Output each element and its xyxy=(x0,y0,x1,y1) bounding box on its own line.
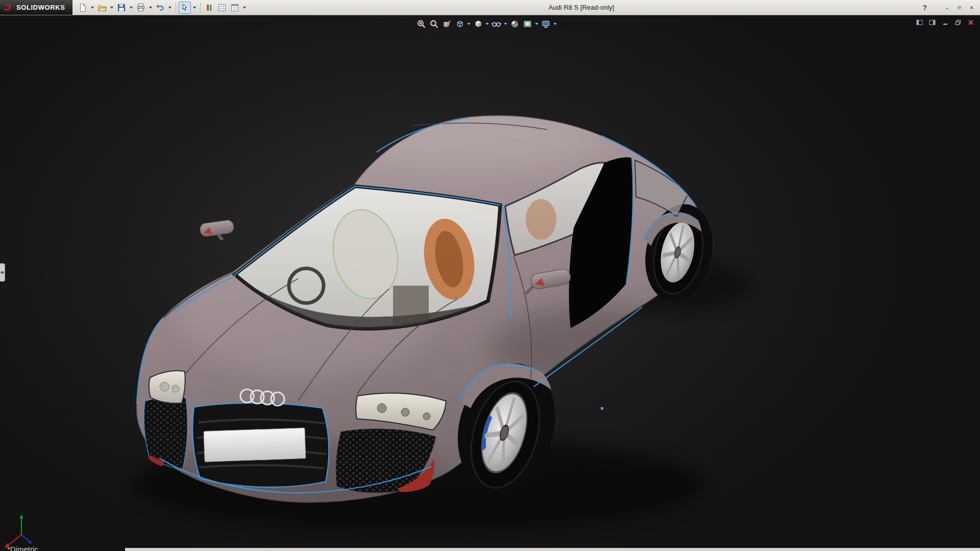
display-style-button[interactable] xyxy=(472,18,484,30)
help-button[interactable]: ? xyxy=(922,4,927,12)
minimize-icon xyxy=(942,19,948,26)
chevron-down-icon[interactable] xyxy=(243,7,246,9)
splitter-left-arrow-icon xyxy=(1,271,2,274)
select-cursor-icon xyxy=(180,3,189,12)
floppy-save-icon xyxy=(117,3,126,12)
titlebar-controls: ? xyxy=(922,0,977,15)
selection-vertex-dot xyxy=(601,407,603,410)
car-model[interactable] xyxy=(0,15,980,551)
close-icon xyxy=(968,19,974,26)
chevron-down-icon[interactable] xyxy=(149,7,152,9)
chevron-down-icon[interactable] xyxy=(486,23,489,25)
chevron-down-icon[interactable] xyxy=(535,23,538,25)
options-sheet-button[interactable] xyxy=(229,2,241,14)
appearance-ball-icon xyxy=(510,19,520,29)
split-pane-right-button[interactable] xyxy=(928,19,937,26)
undo-arrow-icon xyxy=(156,3,165,12)
printer-icon xyxy=(136,3,145,12)
selection-filter-button[interactable] xyxy=(203,2,215,14)
open-document-button[interactable] xyxy=(96,2,108,14)
split-pane-left-button[interactable] xyxy=(916,19,924,26)
close-icon xyxy=(970,5,973,11)
undo-button[interactable] xyxy=(154,2,166,14)
zoom-to-fit-icon xyxy=(416,19,427,29)
zoom-to-fit-button[interactable] xyxy=(415,18,428,30)
zoom-to-area-button[interactable] xyxy=(428,18,440,30)
window-title: Audi R8 S [Read-only] xyxy=(549,0,615,15)
section-view-icon xyxy=(442,19,452,29)
splitter-right-arrow-icon xyxy=(3,271,4,274)
titlebar: SOLIDWORKS xyxy=(0,0,980,15)
select-button[interactable] xyxy=(179,2,191,14)
chevron-down-icon[interactable] xyxy=(554,23,557,25)
new-document-button[interactable] xyxy=(77,2,89,14)
view-orientation-cube-icon xyxy=(455,19,465,29)
chevron-down-icon[interactable] xyxy=(193,7,196,9)
3d-viewport[interactable]: *Dimetric xyxy=(0,15,980,551)
chevron-down-icon[interactable] xyxy=(110,7,113,9)
license-plate xyxy=(204,428,306,462)
interior-seat-hint xyxy=(526,199,556,240)
minimize-icon xyxy=(945,5,949,11)
glasses-icon xyxy=(492,19,502,29)
document-window-controls xyxy=(916,19,975,26)
y-axis-arrow xyxy=(20,514,23,518)
zoom-to-area-icon xyxy=(429,19,439,29)
design-table-button[interactable] xyxy=(216,2,228,14)
chevron-down-icon[interactable] xyxy=(168,7,172,9)
save-button[interactable] xyxy=(115,2,128,14)
display-style-cube-icon xyxy=(473,19,483,29)
heads-up-view-toolbar xyxy=(415,18,558,30)
pane-splitter-handle[interactable] xyxy=(0,263,5,282)
options-sheet-icon xyxy=(230,3,239,12)
left-mirror[interactable] xyxy=(199,219,234,240)
view-settings-button[interactable] xyxy=(540,18,552,30)
split-pane-right-icon xyxy=(929,19,936,26)
toolbar-separator xyxy=(200,3,201,13)
restore-button[interactable] xyxy=(954,3,965,12)
chevron-down-icon[interactable] xyxy=(91,7,94,9)
new-document-icon xyxy=(78,3,87,12)
view-orientation-button[interactable] xyxy=(454,18,466,30)
view-settings-icon xyxy=(541,19,551,29)
chevron-down-icon[interactable] xyxy=(504,23,507,25)
restore-icon xyxy=(958,5,961,11)
open-folder-icon xyxy=(97,3,107,12)
split-pane-left-icon xyxy=(916,19,923,26)
logo-text: SOLIDWORKS xyxy=(16,4,65,11)
doc-restore-button[interactable] xyxy=(954,19,962,26)
chevron-down-icon[interactable] xyxy=(130,7,133,9)
bottom-taskbar-strip xyxy=(125,548,980,551)
toolbar-separator xyxy=(176,3,176,13)
doc-close-button[interactable] xyxy=(967,19,975,26)
apply-scene-button[interactable] xyxy=(522,18,534,30)
selection-filter-icon xyxy=(205,3,214,12)
hide-show-items-button[interactable] xyxy=(491,18,503,30)
doc-minimize-button[interactable] xyxy=(941,19,949,26)
restore-icon xyxy=(955,19,961,26)
solidworks-logo-icon xyxy=(3,3,14,13)
view-orientation-label: *Dimetric xyxy=(7,545,38,551)
close-button[interactable] xyxy=(966,3,977,12)
section-view-button[interactable] xyxy=(441,18,453,30)
print-button[interactable] xyxy=(135,2,147,14)
design-table-icon xyxy=(217,3,227,12)
minimize-button[interactable] xyxy=(942,3,952,12)
chevron-down-icon[interactable] xyxy=(468,23,471,25)
solidworks-window: SOLIDWORKS xyxy=(0,0,980,551)
main-toolbar xyxy=(77,2,248,14)
solidworks-logo: SOLIDWORKS xyxy=(0,0,72,15)
edit-appearance-button[interactable] xyxy=(509,18,521,30)
apply-scene-icon xyxy=(523,19,533,29)
